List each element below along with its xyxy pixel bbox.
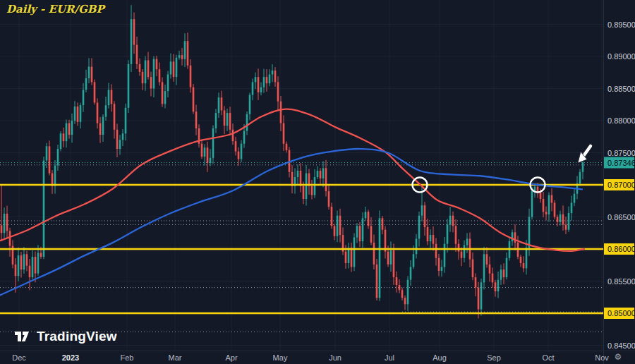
candle-body — [32, 257, 34, 277]
candle-body — [410, 267, 412, 279]
candle-body — [224, 110, 226, 126]
candle-body — [97, 103, 99, 123]
candle-body — [554, 202, 556, 217]
candle-body — [441, 267, 443, 270]
candle-body — [393, 250, 395, 277]
candle-body — [512, 232, 514, 241]
price-axis-label: 0.85500 — [607, 277, 635, 286]
candle-body — [193, 87, 195, 112]
candle-body — [243, 131, 246, 144]
candle-body — [376, 265, 378, 298]
candle-body — [57, 149, 59, 166]
candle-body — [283, 123, 285, 144]
candle-body — [162, 82, 164, 104]
candle-body — [114, 104, 116, 129]
candle-body — [18, 255, 20, 276]
price-chart-plot[interactable]: 0.895000.890000.885000.880000.875000.865… — [0, 0, 635, 364]
candle-body — [548, 195, 550, 214]
tradingview-logo-icon — [14, 329, 31, 344]
candle-body — [359, 226, 361, 241]
candle-body — [170, 61, 172, 74]
candle-body — [229, 113, 231, 130]
candle-body — [370, 226, 373, 243]
time-axis-label: Mar — [169, 353, 182, 362]
candle-body — [464, 245, 466, 258]
candle-body — [26, 254, 28, 265]
candle-body — [345, 252, 347, 263]
candle-body — [119, 140, 121, 149]
candle-body — [167, 74, 169, 91]
candle-body — [187, 41, 189, 66]
price-axis-label: 0.89000 — [607, 52, 635, 61]
candle-body — [136, 45, 138, 64]
time-axis-label: Aug — [433, 353, 447, 362]
candle-body — [545, 212, 548, 214]
candle-body — [142, 72, 144, 83]
candle-body — [266, 77, 268, 83]
tradingview-watermark[interactable]: TradingView — [14, 329, 117, 344]
candle-body — [232, 130, 234, 141]
candle-body — [111, 90, 113, 104]
candle-body — [565, 224, 567, 229]
candle-body — [68, 123, 71, 135]
candle-body — [176, 58, 178, 77]
time-axis-label: 2023 — [62, 353, 79, 362]
candle-body — [83, 90, 85, 105]
candle-body — [379, 218, 381, 298]
candle-body — [252, 82, 254, 95]
candle-body — [356, 226, 358, 237]
candle-body — [328, 191, 330, 207]
candle-body — [373, 243, 375, 265]
candle-body — [210, 158, 212, 163]
candle-body — [269, 74, 271, 83]
candle-body — [94, 82, 96, 102]
candle-body — [314, 177, 316, 195]
candle-body — [272, 71, 274, 74]
price-axis-label: 0.87500 — [607, 149, 635, 157]
candle-body — [387, 252, 389, 265]
price-level-badge-text: 0.86000 — [607, 245, 635, 253]
candle-body — [246, 114, 248, 131]
candle-body — [20, 255, 23, 269]
candle-body — [74, 107, 76, 121]
candle-body — [317, 171, 319, 177]
watermark-label: TradingView — [37, 329, 117, 344]
candle-body — [433, 235, 435, 244]
candle-body — [35, 257, 37, 274]
candle-body — [221, 97, 223, 110]
candle-body — [241, 144, 243, 159]
candle-body — [325, 168, 327, 191]
candle-body — [458, 244, 460, 252]
candle-body — [102, 117, 104, 135]
candle-body — [404, 298, 406, 304]
candle-body — [173, 61, 175, 77]
candle-body — [320, 171, 322, 178]
candle-body — [139, 64, 141, 72]
candle-body — [249, 95, 251, 114]
candle-body — [99, 123, 102, 135]
time-axis-label: Jul — [385, 353, 394, 362]
candle-body — [181, 55, 183, 59]
candle-body — [506, 258, 508, 277]
candle-body — [407, 280, 409, 305]
chart-background[interactable] — [0, 0, 635, 364]
candle-body — [427, 227, 429, 241]
time-axis-label: Apr — [225, 353, 237, 362]
candle-body — [215, 113, 217, 128]
candle-body — [435, 244, 437, 258]
candle-body — [551, 195, 553, 203]
candle-body — [1, 225, 3, 233]
candle-body — [85, 78, 87, 90]
candle-body — [277, 82, 279, 101]
time-axis-label: Jun — [329, 353, 341, 362]
candle-body — [348, 248, 350, 263]
candle-body — [503, 269, 505, 277]
candle-body — [190, 66, 192, 87]
candle-body — [526, 248, 528, 268]
axis-settings-button[interactable]: ⚙ — [608, 352, 628, 362]
candle-body — [311, 186, 313, 195]
candle-body — [43, 160, 45, 256]
candle-body — [258, 77, 260, 92]
price-axis-label: 0.84500 — [607, 341, 635, 350]
price-level-badge-text: 0.85000 — [607, 309, 635, 317]
